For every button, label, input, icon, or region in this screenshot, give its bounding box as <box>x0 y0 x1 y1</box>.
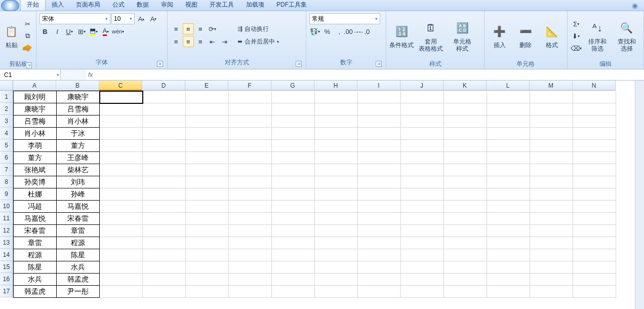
cell-F2[interactable] <box>229 103 272 115</box>
increase-decimal-button[interactable]: .00→ <box>346 26 357 37</box>
fill-color-button[interactable]: ⬒▾ <box>88 26 99 37</box>
cell-G1[interactable] <box>272 91 315 103</box>
cell-J10[interactable] <box>401 201 444 213</box>
cell-D14[interactable] <box>143 249 186 261</box>
cell-J1[interactable] <box>401 91 444 103</box>
orientation-button[interactable]: ⟳▾ <box>207 23 218 34</box>
cell-H13[interactable] <box>315 237 358 249</box>
cell-C16[interactable] <box>100 274 143 286</box>
cell-N2[interactable] <box>573 103 616 115</box>
cell-N17[interactable] <box>573 286 616 298</box>
cell-B11[interactable]: 宋春雷 <box>57 213 100 225</box>
cell-styles-button[interactable]: 🔠单元格 样式 <box>448 13 476 59</box>
cell-G13[interactable] <box>272 237 315 249</box>
cell-G17[interactable] <box>272 286 315 298</box>
cell-I3[interactable] <box>358 115 401 128</box>
cell-G2[interactable] <box>272 103 315 115</box>
cell-K14[interactable] <box>444 249 487 261</box>
cell-M17[interactable] <box>530 286 573 298</box>
col-header-F[interactable]: F <box>228 81 271 91</box>
cell-D7[interactable] <box>143 164 186 176</box>
cell-I17[interactable] <box>358 286 401 298</box>
cell-J5[interactable] <box>401 140 444 152</box>
cell-K16[interactable] <box>444 274 487 286</box>
cell-G3[interactable] <box>272 115 315 128</box>
cell-I6[interactable] <box>358 152 401 164</box>
row-header-9[interactable]: 9 <box>0 188 13 200</box>
cell-M6[interactable] <box>530 152 573 164</box>
cell-I16[interactable] <box>358 274 401 286</box>
align-middle-button[interactable]: ≡ <box>183 23 194 34</box>
cell-F8[interactable] <box>229 176 272 188</box>
cell-E15[interactable] <box>186 261 229 274</box>
col-header-K[interactable]: K <box>444 81 487 91</box>
cell-M15[interactable] <box>530 261 573 274</box>
cell-L16[interactable] <box>487 274 530 286</box>
cell-L17[interactable] <box>487 286 530 298</box>
cell-N14[interactable] <box>573 249 616 261</box>
cell-L10[interactable] <box>487 201 530 213</box>
cell-D13[interactable] <box>143 237 186 249</box>
cell-F7[interactable] <box>229 164 272 176</box>
font-dialog-launcher[interactable]: ⇲ <box>157 61 163 67</box>
cell-M16[interactable] <box>530 274 573 286</box>
delete-cells-button[interactable]: ➖删除 <box>514 13 538 59</box>
cell-I9[interactable] <box>358 188 401 201</box>
row-header-17[interactable]: 17 <box>0 285 13 297</box>
cell-C2[interactable] <box>100 103 143 115</box>
cell-H12[interactable] <box>315 225 358 237</box>
sort-filter-button[interactable]: ᴬ↓排序和 筛选 <box>584 13 611 59</box>
cell-J11[interactable] <box>401 213 444 225</box>
decrease-font-button[interactable]: A▾ <box>148 13 159 24</box>
cell-B4[interactable]: 于冰 <box>57 128 100 140</box>
cell-C9[interactable] <box>100 188 143 201</box>
cell-D5[interactable] <box>143 140 186 152</box>
cell-A2[interactable]: 康晓宇 <box>14 103 57 115</box>
decrease-decimal-button[interactable]: ←.0 <box>358 26 369 37</box>
row-header-16[interactable]: 16 <box>0 273 13 285</box>
cell-F15[interactable] <box>229 261 272 274</box>
cell-L12[interactable] <box>487 225 530 237</box>
cell-N4[interactable] <box>573 128 616 140</box>
merge-center-button[interactable]: ⬌ 合并后居中 ▾ <box>235 36 281 47</box>
cell-C4[interactable] <box>100 128 143 140</box>
cell-N9[interactable] <box>573 188 616 201</box>
col-header-B[interactable]: B <box>56 81 99 91</box>
percent-button[interactable]: % <box>321 26 333 37</box>
cell-K9[interactable] <box>444 188 487 201</box>
cell-H3[interactable] <box>315 115 358 128</box>
cell-J16[interactable] <box>401 274 444 286</box>
cell-C8[interactable] <box>100 176 143 188</box>
cell-H1[interactable] <box>315 91 358 103</box>
cell-C3[interactable] <box>100 115 143 128</box>
cell-K2[interactable] <box>444 103 487 115</box>
cells-area[interactable]: 顾刘明康晓宇康晓宇吕雪梅吕雪梅肖小林肖小林于冰李萌董方董方王彦峰张艳斌柴林艺孙奕… <box>13 91 616 309</box>
cell-K13[interactable] <box>444 237 487 249</box>
cell-J6[interactable] <box>401 152 444 164</box>
cell-D12[interactable] <box>143 225 186 237</box>
cell-I2[interactable] <box>358 103 401 115</box>
cell-M2[interactable] <box>530 103 573 115</box>
cell-H17[interactable] <box>315 286 358 298</box>
cell-C12[interactable] <box>100 225 143 237</box>
name-box[interactable]: C1 ▾ <box>0 69 61 80</box>
cell-L1[interactable] <box>487 91 530 103</box>
cell-M4[interactable] <box>530 128 573 140</box>
cell-G10[interactable] <box>272 201 315 213</box>
cell-M1[interactable] <box>530 91 573 103</box>
cell-A5[interactable]: 李萌 <box>14 140 57 152</box>
cell-A6[interactable]: 董方 <box>14 152 57 164</box>
align-center-button[interactable]: ≡ <box>183 36 194 47</box>
format-as-table-button[interactable]: 🗓套用 表格格式 <box>416 13 446 59</box>
cell-F12[interactable] <box>229 225 272 237</box>
cell-D17[interactable] <box>143 286 186 298</box>
cell-F6[interactable] <box>229 152 272 164</box>
tab-0[interactable]: 开始 <box>20 0 46 11</box>
cell-N10[interactable] <box>573 201 616 213</box>
paste-button[interactable]: 📋 粘贴 <box>3 13 20 59</box>
cell-N5[interactable] <box>573 140 616 152</box>
cell-M14[interactable] <box>530 249 573 261</box>
cell-H11[interactable] <box>315 213 358 225</box>
cell-I15[interactable] <box>358 261 401 274</box>
cell-A15[interactable]: 陈星 <box>14 261 57 274</box>
